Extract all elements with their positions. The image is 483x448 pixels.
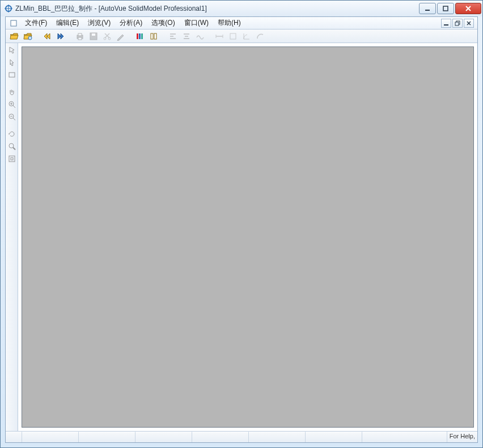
select-tool-icon[interactable] [6, 44, 18, 56]
minimize-button[interactable] [419, 3, 436, 14]
measure-box-icon[interactable] [227, 31, 239, 42]
menu-bar: 文件(F) 编辑(E) 浏览(V) 分析(A) 选项(O) 窗口(W) 帮助(H… [6, 17, 477, 29]
status-cell-spacer [362, 432, 447, 442]
measure-angle-icon[interactable] [240, 31, 253, 42]
zoom-tool-icon[interactable] [6, 141, 18, 152]
open-url-icon[interactable] [22, 31, 34, 42]
save-icon[interactable] [87, 31, 100, 42]
status-cell-1 [6, 432, 22, 442]
hand-tool-icon[interactable] [6, 86, 18, 98]
print-icon[interactable] [74, 31, 86, 42]
svg-rect-24 [139, 33, 141, 39]
title-bar: ZLMin_BBL_巴巴拉_制作 - [AutoVue SolidModel P… [1, 1, 482, 16]
mdi-restore-button[interactable] [452, 19, 463, 28]
doc-icon [9, 19, 18, 28]
mdi-close-button[interactable] [464, 19, 474, 28]
svg-rect-8 [444, 24, 448, 26]
svg-rect-3 [425, 10, 430, 11]
top-toolbar [6, 29, 477, 43]
svg-rect-26 [151, 33, 153, 39]
window-title: ZLMin_BBL_巴巴拉_制作 - [AutoVue SolidModel P… [15, 4, 418, 14]
align-left-icon[interactable] [167, 31, 179, 42]
svg-point-46 [9, 143, 14, 148]
svg-rect-23 [137, 33, 138, 39]
svg-rect-7 [11, 20, 16, 26]
workspace [6, 43, 477, 431]
status-help-text: For Help, [447, 432, 477, 442]
svg-line-47 [13, 147, 15, 150]
measure-h-icon[interactable] [213, 31, 226, 42]
svg-rect-16 [78, 37, 82, 40]
svg-line-44 [13, 118, 15, 120]
svg-rect-4 [443, 6, 448, 11]
rect-tool-icon[interactable] [6, 69, 18, 81]
status-cell-3 [78, 432, 135, 442]
status-cell-6 [248, 432, 305, 442]
app-icon [4, 4, 13, 13]
menu-edit[interactable]: 编辑(E) [52, 17, 83, 29]
client-area: 文件(F) 编辑(E) 浏览(V) 分析(A) 选项(O) 窗口(W) 帮助(H… [5, 16, 478, 443]
window-controls [418, 3, 481, 14]
status-cell-5 [192, 432, 248, 442]
svg-point-13 [28, 36, 32, 40]
menu-help[interactable]: 帮助(H) [213, 17, 245, 29]
next-page-icon[interactable] [54, 31, 67, 42]
maximize-button[interactable] [437, 3, 454, 14]
open-file-icon[interactable] [8, 31, 20, 42]
svg-rect-48 [9, 156, 15, 162]
svg-rect-37 [230, 33, 236, 39]
color-bars-icon[interactable] [134, 31, 146, 42]
zoom-out-tool-icon[interactable] [6, 111, 18, 122]
menu-view[interactable]: 浏览(V) [83, 17, 115, 29]
align-center-icon[interactable] [180, 31, 193, 42]
svg-line-40 [13, 105, 15, 108]
mdi-controls [441, 19, 475, 28]
app-window: ZLMin_BBL_巴巴拉_制作 - [AutoVue SolidModel P… [0, 0, 483, 448]
rotate-tool-icon[interactable] [6, 128, 18, 140]
pencil-icon[interactable] [115, 31, 127, 42]
prev-page-icon[interactable] [41, 31, 53, 42]
zoom-in-tool-icon[interactable] [6, 99, 18, 110]
menu-file[interactable]: 文件(F) [20, 17, 52, 29]
status-bar: For Help, [6, 431, 477, 442]
cut-icon[interactable] [101, 31, 113, 42]
canvas-wrap [18, 43, 477, 431]
svg-rect-15 [78, 33, 82, 36]
svg-rect-38 [9, 73, 15, 77]
svg-rect-49 [11, 158, 13, 160]
measure-arc-icon[interactable] [254, 31, 266, 42]
viewport-canvas[interactable] [22, 47, 474, 428]
menu-options[interactable]: 选项(O) [147, 17, 179, 29]
svg-rect-25 [141, 33, 143, 39]
svg-rect-18 [92, 33, 95, 36]
menu-window[interactable]: 窗口(W) [180, 17, 213, 29]
menu-analyze[interactable]: 分析(A) [115, 17, 147, 29]
doc-columns-icon[interactable] [147, 31, 160, 42]
status-cell-7 [305, 432, 362, 442]
mdi-minimize-button[interactable] [441, 19, 451, 28]
status-cell-2 [22, 432, 78, 442]
svg-rect-27 [154, 33, 156, 39]
pointer-tool-icon[interactable] [6, 57, 18, 68]
status-cell-4 [135, 432, 192, 442]
wave-icon[interactable] [194, 31, 206, 42]
fullscreen-tool-icon[interactable] [6, 153, 18, 164]
close-button[interactable] [455, 3, 481, 14]
svg-rect-10 [455, 22, 459, 26]
left-toolbar [6, 43, 18, 431]
